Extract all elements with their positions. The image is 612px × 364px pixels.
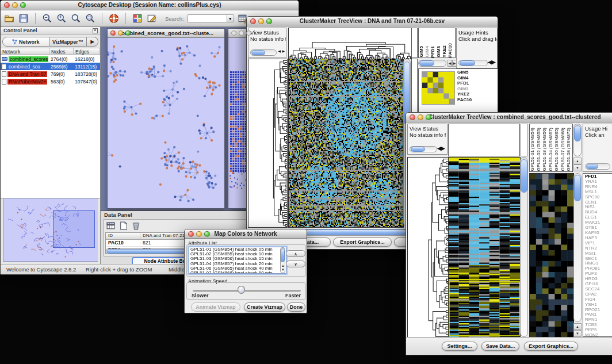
attribute-list-vscrollbar[interactable]: ▲ ▼ (280, 247, 285, 273)
search-input[interactable] (188, 14, 227, 22)
scroll-down-icon[interactable]: ▼ (281, 268, 285, 272)
save-icon[interactable] (18, 13, 29, 24)
search-dropdown-icon[interactable]: ▼ (227, 14, 234, 22)
close-icon[interactable] (110, 30, 116, 36)
zoom-in-icon[interactable]: + (56, 13, 67, 24)
tab-overflow-button[interactable]: ▶ (87, 37, 98, 47)
col-nodes[interactable]: Nodes (49, 48, 74, 55)
save-data-button[interactable]: Save Data... (481, 342, 519, 351)
secondary-vscrollbar[interactable] (573, 173, 582, 322)
open-icon[interactable] (4, 13, 14, 24)
export-graphics-button[interactable]: Export Graphics... (524, 342, 578, 351)
zoom-window-icon[interactable] (20, 2, 26, 8)
delete-attribute-icon[interactable] (131, 221, 141, 231)
scroll-right-icon[interactable]: ▶ (282, 48, 285, 55)
col-network[interactable]: Network (1, 48, 49, 55)
row-dendrogram-canvas[interactable] (407, 157, 449, 338)
scroll-left-icon[interactable]: ◀ (278, 48, 281, 55)
treeview2-titlebar[interactable]: ClusterMaker TreeView : combined_scores_… (406, 113, 612, 122)
attribute-item[interactable]: GPL51-07 (GSM868) heat shock 60 min (190, 271, 286, 274)
usage-hints-hscrollbar[interactable] (458, 60, 488, 66)
column-dendrogram-canvas[interactable] (288, 28, 412, 59)
network-row[interactable]: combined_scores2764(0)16218(0) (1, 55, 100, 63)
view-status-hscrollbar[interactable] (250, 49, 277, 56)
treeview1-titlebar[interactable]: ClusterMaker TreeView : DNA and Tran 07-… (247, 17, 498, 26)
column-labels[interactable]: GPL51-01 (GSM854)GPL51-02 (GSM855)GPL51-… (529, 124, 573, 172)
main-titlebar[interactable]: Cytoscape Desktop (Session Name: collins… (1, 1, 299, 10)
network-row[interactable]: RNAPuberNov2+563(0)107847(0) (1, 78, 100, 85)
attribute-grid-icon[interactable] (106, 221, 116, 231)
secondary-heatmap-canvas[interactable] (529, 173, 574, 338)
scroll-up-icon[interactable]: ▲ (573, 323, 582, 330)
network-row[interactable]: combined_sco2569(6)13112(15) (1, 63, 100, 70)
scroll-thumb[interactable] (411, 147, 425, 152)
scroll-left-icon[interactable]: ◀ (447, 60, 452, 67)
labels-vscrollbar[interactable] (573, 124, 582, 156)
minimize-icon[interactable] (239, 30, 244, 36)
splitter-strip[interactable] (521, 124, 528, 156)
network-canvas-1[interactable] (108, 38, 224, 208)
scroll-thumb[interactable] (521, 159, 527, 193)
zoom-window-icon[interactable] (125, 30, 131, 36)
scroll-down-icon[interactable]: ▼ (573, 330, 582, 337)
minimize-icon[interactable] (418, 114, 423, 120)
heatmap-canvas[interactable] (448, 157, 521, 338)
minimize-icon[interactable] (196, 231, 202, 237)
gene-list[interactable]: PFD1YRA1RNR4MSL1SPC98CLN1NIS1BUD4ELG1MAK… (583, 173, 612, 337)
tab-vizmapper[interactable]: VizMapper™ (49, 37, 87, 47)
new-attribute-icon[interactable] (118, 221, 128, 231)
scroll-thumb[interactable] (574, 175, 581, 201)
tab-network[interactable]: Network (2, 37, 49, 47)
labels-hscrollbar[interactable] (418, 60, 446, 67)
network-row[interactable]: DNA and Tran 07769(0)183728(0) (1, 70, 100, 78)
scroll-down-icon[interactable]: ▼ (573, 164, 582, 171)
create-vizmap-button[interactable]: Create Vizmap (244, 302, 285, 312)
float-panel-icon[interactable] (93, 28, 98, 33)
animation-speed-slider[interactable] (193, 290, 301, 292)
col-edges[interactable]: Edges (74, 48, 100, 55)
minimize-icon[interactable] (118, 30, 123, 36)
zoom-window-icon[interactable] (204, 231, 210, 237)
column-dendrogram-empty[interactable] (448, 124, 520, 156)
close-icon[interactable] (410, 114, 415, 120)
heatmap-vscrollbar[interactable] (520, 157, 528, 337)
annotation-icon[interactable] (147, 13, 157, 24)
scroll-right-icon[interactable]: ▶ (492, 59, 496, 65)
dialog-titlebar[interactable]: Map Colors to Network (185, 229, 307, 239)
usage-hints-hscrollbar[interactable] (585, 163, 610, 170)
scroll-right-icon[interactable]: ▶ (452, 60, 457, 67)
move-up-button[interactable]: ∧ (286, 250, 305, 257)
scroll-up-icon[interactable]: ▲ (281, 264, 285, 268)
row-dendrogram-canvas[interactable] (248, 59, 288, 228)
scroll-thumb[interactable] (574, 125, 581, 141)
minimize-icon[interactable] (258, 18, 264, 24)
heatmap-canvas[interactable] (288, 59, 404, 228)
zoom-window-icon[interactable] (426, 114, 431, 120)
view-status-hscrollbar[interactable] (410, 146, 437, 152)
done-button[interactable]: Done (287, 302, 305, 312)
attribute-list[interactable]: GPL51-01 (GSM854) heat shock 05 minGPL51… (189, 247, 286, 274)
close-icon[interactable] (231, 30, 236, 36)
network-window-1[interactable]: combined_scores_good.txt--cluste... (107, 28, 225, 209)
birdseye-view[interactable] (3, 198, 98, 262)
move-down-button[interactable]: ∨ (286, 260, 305, 267)
zoom-out-icon[interactable]: − (42, 13, 52, 24)
splitter-strip[interactable] (411, 28, 418, 58)
col-id[interactable]: ID (106, 233, 140, 239)
scroll-thumb[interactable] (419, 60, 434, 66)
network-window-1-titlebar[interactable]: combined_scores_good.txt--cluste... (108, 29, 224, 38)
help-icon[interactable] (109, 13, 119, 24)
close-icon[interactable] (188, 231, 194, 237)
scroll-thumb[interactable] (460, 60, 475, 66)
similarity-heatmap-canvas[interactable] (422, 71, 455, 105)
birdseye-canvas[interactable] (3, 199, 98, 261)
scroll-thumb[interactable] (586, 164, 598, 169)
minimize-icon[interactable] (12, 2, 18, 8)
scroll-thumb[interactable] (251, 50, 265, 55)
settings-button[interactable]: Settings... (442, 342, 477, 351)
vizmapper-icon[interactable] (132, 13, 143, 24)
close-icon[interactable] (250, 18, 256, 24)
zoom-selected-icon[interactable] (71, 13, 81, 24)
close-icon[interactable] (4, 2, 10, 8)
slider-thumb[interactable] (238, 286, 245, 294)
